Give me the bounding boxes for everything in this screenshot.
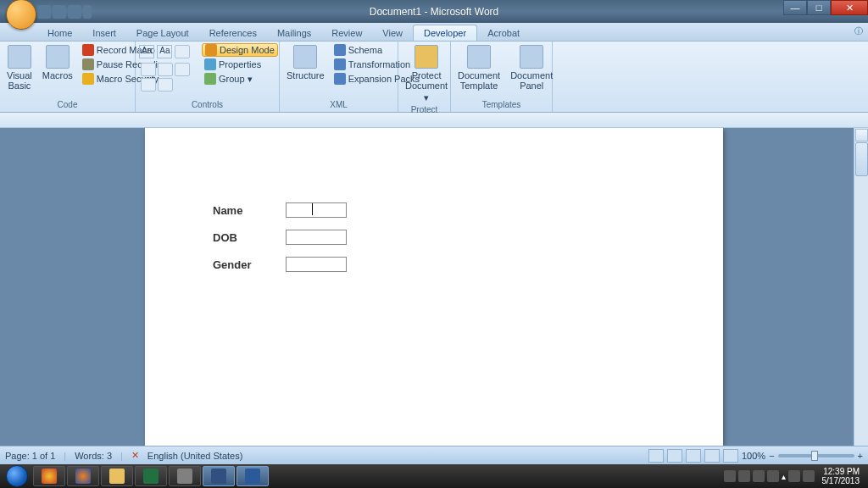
- minimize-button[interactable]: —: [783, 0, 807, 15]
- zoom-thumb[interactable]: [811, 451, 818, 461]
- buildingblock-control-icon[interactable]: [158, 78, 173, 92]
- quick-access-toolbar: [37, 5, 92, 19]
- richtext-control-icon[interactable]: Aa: [139, 45, 154, 58]
- properties-button[interactable]: Properties: [202, 58, 278, 71]
- ribbon: Visual Basic Macros Record Macro Pause R…: [0, 42, 868, 113]
- tab-mailings[interactable]: Mailings: [267, 25, 321, 41]
- system-clock[interactable]: 12:39 PM 5/17/2013: [817, 467, 865, 485]
- app1-icon: [177, 469, 192, 484]
- tab-review[interactable]: Review: [321, 25, 372, 41]
- vertical-scrollbar[interactable]: [854, 128, 868, 446]
- gender-input[interactable]: [286, 257, 347, 272]
- tray-icon-4[interactable]: [767, 470, 779, 482]
- taskbar-word[interactable]: [236, 466, 269, 486]
- document-panel-button[interactable]: Document Panel: [507, 43, 556, 92]
- office-button[interactable]: [6, 0, 36, 30]
- group-button[interactable]: Group ▾: [202, 72, 278, 86]
- record-icon: [82, 44, 94, 56]
- tray-up-icon[interactable]: ▴: [782, 472, 786, 481]
- tray-volume-icon[interactable]: [803, 470, 815, 482]
- group-icon: [204, 73, 216, 85]
- document-page[interactable]: Name DOB Gender: [145, 128, 723, 446]
- visual-basic-button[interactable]: Visual Basic: [3, 43, 36, 92]
- text-cursor: [312, 203, 313, 215]
- tab-home[interactable]: Home: [37, 25, 82, 41]
- windows-orb-icon: [6, 465, 28, 487]
- taskbar-app2[interactable]: [203, 466, 235, 486]
- design-mode-icon: [205, 44, 217, 56]
- expansion-icon: [334, 73, 346, 85]
- word-count[interactable]: Words: 3: [75, 451, 112, 461]
- controls-group-label: Controls: [139, 99, 275, 110]
- tab-view[interactable]: View: [372, 25, 413, 41]
- name-label: Name: [213, 204, 286, 217]
- tab-acrobat[interactable]: Acrobat: [477, 25, 530, 41]
- document-template-button[interactable]: Document Template: [454, 43, 504, 92]
- macros-button[interactable]: Macros: [39, 43, 76, 82]
- start-button[interactable]: [2, 464, 32, 488]
- transform-icon: [334, 58, 346, 70]
- zoom-slider[interactable]: [778, 454, 854, 458]
- template-icon: [467, 45, 491, 69]
- tray-icon-3[interactable]: [753, 470, 765, 482]
- code-group-label: Code: [3, 99, 131, 110]
- app2-icon: [211, 469, 226, 484]
- page-status[interactable]: Page: 1 of 1: [5, 451, 55, 461]
- tray-icon-1[interactable]: [724, 470, 736, 482]
- qat-more-icon[interactable]: [83, 5, 92, 19]
- security-icon: [82, 73, 94, 85]
- ribbon-tabs: Home Insert Page Layout References Maili…: [0, 23, 868, 42]
- qat-undo-icon[interactable]: [53, 5, 66, 19]
- language-status[interactable]: English (United States): [147, 451, 243, 461]
- structure-button[interactable]: Structure: [283, 43, 328, 82]
- excel-icon: [143, 469, 159, 484]
- pause-icon: [82, 58, 94, 70]
- qat-save-icon[interactable]: [37, 5, 51, 19]
- macros-icon: [46, 45, 70, 69]
- panel-icon: [520, 45, 543, 69]
- protect-group-label: Protect: [402, 104, 447, 115]
- taskbar-chrome[interactable]: [33, 466, 65, 486]
- help-icon[interactable]: ⓘ: [854, 25, 863, 37]
- picture-control-icon[interactable]: [175, 45, 190, 58]
- combobox-control-icon[interactable]: [141, 63, 156, 76]
- visual-basic-icon: [8, 45, 31, 69]
- taskbar-firefox[interactable]: [67, 466, 99, 486]
- tab-references[interactable]: References: [199, 25, 267, 41]
- name-input[interactable]: [286, 202, 347, 218]
- xml-group-label: XML: [283, 99, 394, 110]
- print-layout-view-icon[interactable]: [648, 449, 664, 463]
- web-layout-view-icon[interactable]: [686, 449, 701, 463]
- design-mode-button[interactable]: Design Mode: [202, 43, 278, 57]
- structure-icon: [293, 45, 317, 69]
- taskbar-explorer[interactable]: [101, 466, 133, 486]
- dropdown-control-icon[interactable]: [158, 63, 173, 76]
- tray-flag-icon[interactable]: [788, 470, 800, 482]
- tab-insert[interactable]: Insert: [82, 25, 126, 41]
- protect-document-button[interactable]: Protect Document ▾: [402, 43, 451, 104]
- maximize-button[interactable]: □: [807, 0, 831, 15]
- outline-view-icon[interactable]: [704, 449, 720, 463]
- draft-view-icon[interactable]: [723, 449, 738, 463]
- taskbar-excel[interactable]: [135, 466, 167, 486]
- close-button[interactable]: ✕: [831, 0, 868, 15]
- scroll-up-icon[interactable]: [855, 129, 868, 141]
- datepicker-control-icon[interactable]: [175, 63, 190, 76]
- document-area: Name DOB Gender: [0, 128, 868, 446]
- zoom-in-button[interactable]: +: [858, 451, 863, 461]
- dob-input[interactable]: [286, 230, 347, 245]
- scroll-thumb[interactable]: [855, 142, 868, 176]
- window-title: Document1 - Microsoft Word: [370, 6, 499, 18]
- plaintext-control-icon[interactable]: Aa: [157, 45, 172, 58]
- firefox-icon: [75, 469, 91, 484]
- explorer-icon: [109, 469, 125, 484]
- tab-developer[interactable]: Developer: [413, 25, 477, 41]
- qat-redo-icon[interactable]: [68, 5, 81, 19]
- fullscreen-view-icon[interactable]: [667, 449, 682, 463]
- legacy-tools-icon[interactable]: [141, 78, 156, 92]
- zoom-out-button[interactable]: −: [769, 451, 774, 461]
- tray-icon-2[interactable]: [738, 470, 750, 482]
- taskbar-app1[interactable]: [169, 466, 201, 486]
- tab-page-layout[interactable]: Page Layout: [126, 25, 199, 41]
- zoom-level[interactable]: 100%: [742, 451, 765, 461]
